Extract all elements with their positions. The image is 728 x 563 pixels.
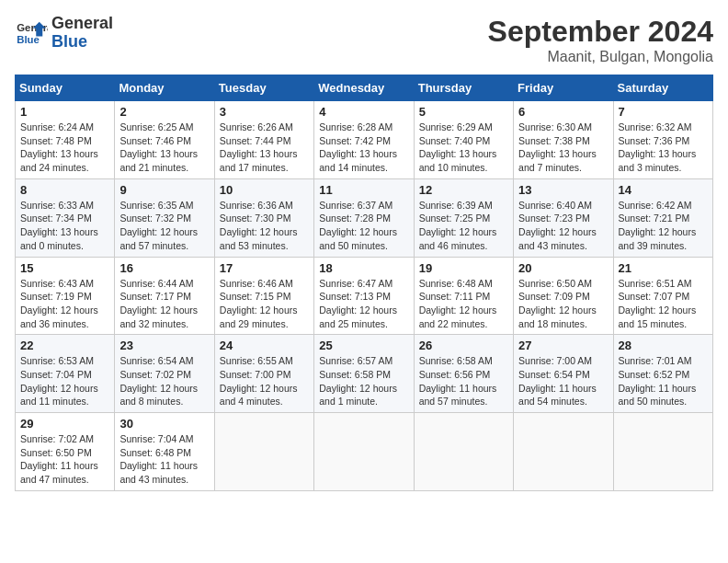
day-number: 17: [220, 261, 309, 275]
day-info: Sunrise: 6:36 AM Sunset: 7:30 PM Dayligh…: [220, 199, 309, 253]
day-number: 14: [619, 183, 708, 197]
weekday-header-saturday: Saturday: [613, 75, 712, 101]
day-info: Sunrise: 6:39 AM Sunset: 7:25 PM Dayligh…: [419, 199, 508, 253]
day-number: 11: [319, 183, 408, 197]
day-info: Sunrise: 6:28 AM Sunset: 7:42 PM Dayligh…: [319, 121, 408, 175]
calendar-cell: 1Sunrise: 6:24 AM Sunset: 7:48 PM Daylig…: [16, 101, 115, 179]
calendar-cell: 6Sunrise: 6:30 AM Sunset: 7:38 PM Daylig…: [514, 101, 613, 179]
day-info: Sunrise: 6:54 AM Sunset: 7:02 PM Dayligh…: [119, 354, 209, 408]
calendar-cell: 24Sunrise: 6:55 AM Sunset: 7:00 PM Dayli…: [214, 335, 313, 413]
day-info: Sunrise: 6:40 AM Sunset: 7:23 PM Dayligh…: [518, 199, 608, 253]
day-info: Sunrise: 6:25 AM Sunset: 7:46 PM Dayligh…: [119, 121, 209, 175]
calendar-week-2: 8Sunrise: 6:33 AM Sunset: 7:34 PM Daylig…: [16, 178, 713, 257]
calendar-cell: [613, 413, 712, 491]
calendar-cell: 11Sunrise: 6:37 AM Sunset: 7:28 PM Dayli…: [314, 178, 414, 257]
calendar-table: SundayMondayTuesdayWednesdayThursdayFrid…: [15, 75, 713, 491]
day-number: 26: [419, 339, 508, 352]
logo-icon: General Blue: [15, 20, 48, 46]
day-number: 10: [220, 183, 309, 197]
weekday-header-wednesday: Wednesday: [314, 75, 414, 101]
day-info: Sunrise: 6:24 AM Sunset: 7:48 PM Dayligh…: [20, 121, 109, 175]
month-title: September 2024: [488, 15, 713, 49]
day-info: Sunrise: 6:51 AM Sunset: 7:07 PM Dayligh…: [619, 277, 708, 331]
calendar-cell: 21Sunrise: 6:51 AM Sunset: 7:07 PM Dayli…: [613, 257, 712, 335]
day-number: 21: [619, 261, 708, 275]
day-number: 16: [119, 261, 209, 275]
calendar-cell: 15Sunrise: 6:43 AM Sunset: 7:19 PM Dayli…: [16, 257, 115, 335]
day-info: Sunrise: 7:01 AM Sunset: 6:52 PM Dayligh…: [619, 354, 708, 408]
weekday-header-sunday: Sunday: [16, 75, 115, 101]
location-subtitle: Maanit, Bulgan, Mongolia: [488, 49, 713, 65]
calendar-cell: 2Sunrise: 6:25 AM Sunset: 7:46 PM Daylig…: [115, 101, 214, 179]
day-info: Sunrise: 6:48 AM Sunset: 7:11 PM Dayligh…: [419, 277, 508, 331]
calendar-cell: 23Sunrise: 6:54 AM Sunset: 7:02 PM Dayli…: [115, 335, 214, 413]
day-info: Sunrise: 6:53 AM Sunset: 7:04 PM Dayligh…: [20, 354, 109, 408]
day-number: 4: [319, 105, 408, 119]
calendar-cell: 29Sunrise: 7:02 AM Sunset: 6:50 PM Dayli…: [16, 413, 115, 491]
day-number: 27: [518, 339, 608, 352]
day-info: Sunrise: 6:37 AM Sunset: 7:28 PM Dayligh…: [319, 199, 408, 253]
day-number: 23: [119, 339, 209, 352]
weekday-header-friday: Friday: [514, 75, 613, 101]
calendar-cell: 7Sunrise: 6:32 AM Sunset: 7:36 PM Daylig…: [613, 101, 712, 179]
day-number: 18: [319, 261, 408, 275]
day-info: Sunrise: 6:46 AM Sunset: 7:15 PM Dayligh…: [220, 277, 309, 331]
day-info: Sunrise: 7:02 AM Sunset: 6:50 PM Dayligh…: [20, 432, 109, 487]
day-number: 3: [220, 105, 309, 119]
calendar-cell: 4Sunrise: 6:28 AM Sunset: 7:42 PM Daylig…: [314, 101, 414, 179]
calendar-cell: [314, 413, 414, 491]
day-info: Sunrise: 6:55 AM Sunset: 7:00 PM Dayligh…: [220, 354, 309, 408]
calendar-week-4: 22Sunrise: 6:53 AM Sunset: 7:04 PM Dayli…: [16, 335, 713, 413]
calendar-cell: 18Sunrise: 6:47 AM Sunset: 7:13 PM Dayli…: [314, 257, 414, 335]
day-info: Sunrise: 6:43 AM Sunset: 7:19 PM Dayligh…: [20, 277, 109, 331]
page-header: General Blue General Blue September 2024…: [15, 15, 713, 65]
day-number: 8: [20, 183, 109, 197]
day-number: 1: [20, 105, 109, 119]
calendar-cell: 5Sunrise: 6:29 AM Sunset: 7:40 PM Daylig…: [414, 101, 513, 179]
day-info: Sunrise: 6:30 AM Sunset: 7:38 PM Dayligh…: [518, 121, 608, 175]
day-number: 9: [119, 183, 209, 197]
day-info: Sunrise: 6:58 AM Sunset: 6:56 PM Dayligh…: [419, 354, 508, 408]
day-info: Sunrise: 6:57 AM Sunset: 6:58 PM Dayligh…: [319, 354, 408, 408]
calendar-week-5: 29Sunrise: 7:02 AM Sunset: 6:50 PM Dayli…: [16, 413, 713, 491]
calendar-cell: 13Sunrise: 6:40 AM Sunset: 7:23 PM Dayli…: [514, 178, 613, 257]
logo: General Blue General Blue: [15, 15, 113, 52]
day-number: 2: [119, 105, 209, 119]
weekday-header-monday: Monday: [115, 75, 214, 101]
calendar-week-3: 15Sunrise: 6:43 AM Sunset: 7:19 PM Dayli…: [16, 257, 713, 335]
calendar-cell: 14Sunrise: 6:42 AM Sunset: 7:21 PM Dayli…: [613, 178, 712, 257]
calendar-cell: 22Sunrise: 6:53 AM Sunset: 7:04 PM Dayli…: [16, 335, 115, 413]
calendar-week-1: 1Sunrise: 6:24 AM Sunset: 7:48 PM Daylig…: [16, 101, 713, 179]
logo-text: General Blue: [51, 15, 113, 52]
calendar-cell: 26Sunrise: 6:58 AM Sunset: 6:56 PM Dayli…: [414, 335, 513, 413]
day-info: Sunrise: 6:44 AM Sunset: 7:17 PM Dayligh…: [119, 277, 209, 331]
calendar-cell: 10Sunrise: 6:36 AM Sunset: 7:30 PM Dayli…: [214, 178, 313, 257]
day-info: Sunrise: 6:29 AM Sunset: 7:40 PM Dayligh…: [419, 121, 508, 175]
day-number: 25: [319, 339, 408, 352]
calendar-cell: 3Sunrise: 6:26 AM Sunset: 7:44 PM Daylig…: [214, 101, 313, 179]
day-number: 24: [220, 339, 309, 352]
day-number: 28: [619, 339, 708, 352]
calendar-cell: [214, 413, 313, 491]
calendar-cell: 27Sunrise: 7:00 AM Sunset: 6:54 PM Dayli…: [514, 335, 613, 413]
day-info: Sunrise: 6:32 AM Sunset: 7:36 PM Dayligh…: [619, 121, 708, 175]
weekday-header-tuesday: Tuesday: [214, 75, 313, 101]
calendar-cell: 30Sunrise: 7:04 AM Sunset: 6:48 PM Dayli…: [115, 413, 214, 491]
title-block: September 2024 Maanit, Bulgan, Mongolia: [488, 15, 713, 65]
day-info: Sunrise: 6:42 AM Sunset: 7:21 PM Dayligh…: [619, 199, 708, 253]
day-info: Sunrise: 7:04 AM Sunset: 6:48 PM Dayligh…: [119, 432, 209, 487]
calendar-cell: 16Sunrise: 6:44 AM Sunset: 7:17 PM Dayli…: [115, 257, 214, 335]
calendar-cell: 17Sunrise: 6:46 AM Sunset: 7:15 PM Dayli…: [214, 257, 313, 335]
calendar-cell: [514, 413, 613, 491]
day-number: 5: [419, 105, 508, 119]
calendar-cell: 8Sunrise: 6:33 AM Sunset: 7:34 PM Daylig…: [16, 178, 115, 257]
day-number: 13: [518, 183, 608, 197]
calendar-cell: 20Sunrise: 6:50 AM Sunset: 7:09 PM Dayli…: [514, 257, 613, 335]
calendar-cell: 25Sunrise: 6:57 AM Sunset: 6:58 PM Dayli…: [314, 335, 414, 413]
day-number: 19: [419, 261, 508, 275]
calendar-cell: 12Sunrise: 6:39 AM Sunset: 7:25 PM Dayli…: [414, 178, 513, 257]
day-info: Sunrise: 6:33 AM Sunset: 7:34 PM Dayligh…: [20, 199, 109, 253]
calendar-cell: 19Sunrise: 6:48 AM Sunset: 7:11 PM Dayli…: [414, 257, 513, 335]
day-info: Sunrise: 6:26 AM Sunset: 7:44 PM Dayligh…: [220, 121, 309, 175]
day-number: 6: [518, 105, 608, 119]
